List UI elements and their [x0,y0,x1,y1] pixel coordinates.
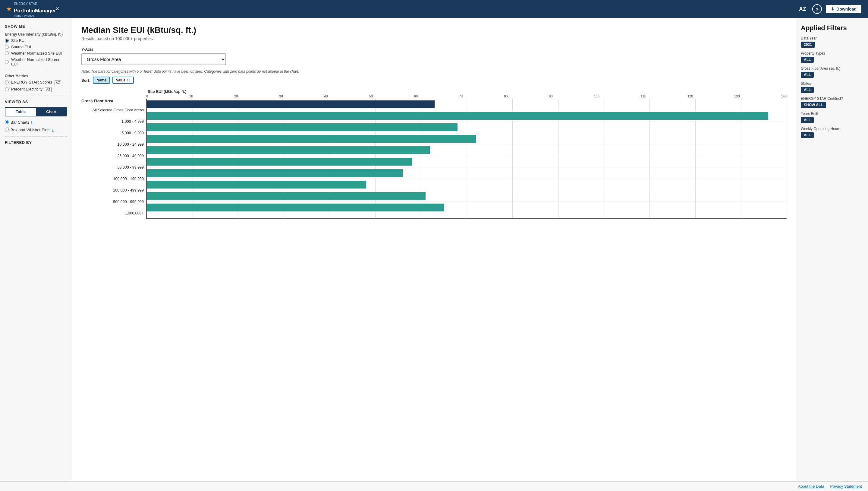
energy-star-icon: ★ [6,5,12,13]
y-label: 500,000 - 999,999 [82,196,146,207]
energy-star-scores-option[interactable]: ENERGY STAR Scores AZ [5,80,67,85]
y-axis-header: Gross Floor Area [82,98,146,104]
y-label: 200,000 - 499,999 [82,184,146,196]
box-whisker-option[interactable]: Box-and-Whisker Plots ℹ [5,127,67,133]
bar[interactable] [147,169,403,177]
sort-value-button[interactable]: Value ↑↓ [113,77,134,84]
bar-row [147,110,786,121]
y-labels-list: All Selected Gross Floor Areas1,000 - 4,… [82,104,146,219]
energy-use-group-title: Energy Use Intensity (kBtu/sq. ft.) [5,32,67,36]
bar[interactable] [147,204,444,211]
header-actions: AZ ? ⬇ Download [797,4,862,14]
filter-label: States [801,81,863,86]
y-label: All Selected Gross Floor Areas [82,104,146,116]
percent-electricity-option[interactable]: Percent Electricity AZ [5,87,67,92]
weather-site-eui-label: Weather Normalized Site EUI [11,51,62,56]
percent-electricity-label: Percent Electricity [11,87,42,91]
logo-text: ENERGY STAR PortfolioManager® Data Explo… [14,0,59,18]
y-label: 50,000 - 99,999 [82,162,146,173]
chart-tab[interactable]: Chart [36,108,67,116]
filter-badge[interactable]: SHOW ALL [801,102,826,108]
filter-badge[interactable]: ALL [801,57,814,63]
help-icon[interactable]: ? [812,4,822,14]
bar-row [147,156,786,167]
filter-section: Property TypesALL [801,51,863,63]
bar-row [147,133,786,144]
percent-electricity-az-icon: AZ [45,87,52,92]
box-whisker-info-icon[interactable]: ℹ [52,128,54,133]
bar-row [147,179,786,190]
bar-row [147,190,786,202]
site-eui-label: Site EUI [11,38,26,43]
filter-section: Data Year2021 [801,36,863,48]
chart-note: Note: The bars for categories with 5 or … [82,69,786,74]
bar[interactable] [147,146,430,154]
bar-row [147,202,786,213]
az-sort-icon[interactable]: AZ [797,5,809,13]
chart-area: Site EUI (kBtu/sq. ft.) 0102030405060708… [82,89,786,219]
filter-section: Years BuiltALL [801,112,863,123]
bar[interactable] [147,112,768,120]
bar[interactable] [147,181,366,189]
privacy-statement-link[interactable]: Privacy Statement [830,484,862,489]
filter-label: Data Year [801,36,863,40]
box-whisker-label: Box-and-Whisker Plots [10,127,50,133]
filter-badge[interactable]: ALL [801,132,814,138]
about-data-link[interactable]: About the Data [798,484,824,489]
sort-name-button[interactable]: Name [93,77,110,84]
page-subtitle: Results based on 100,000+ properties [82,36,786,41]
filter-section: Gross Floor Area (sq. ft.)ALL [801,66,863,78]
filter-label: Property Types [801,51,863,56]
bar[interactable] [147,192,426,200]
bar[interactable] [147,123,458,131]
source-eui-option[interactable]: Source EUI [5,45,67,49]
applied-filters-title: Applied Filters [801,24,863,32]
x-axis-title: Site EUI (kBtu/sq. ft.) [148,89,786,94]
filter-badge[interactable]: ALL [801,117,814,123]
bar-charts-label: Bar Charts [10,120,29,124]
x-axis-ticks: 0102030405060708090100110120130140 [146,94,786,98]
main-content: Median Site EUI (kBtu/sq. ft.) Results b… [72,18,796,481]
filter-badge[interactable]: ALL [801,72,814,78]
site-eui-option[interactable]: Site EUI [5,38,67,43]
filter-section: Weekly Operating HoursALL [801,127,863,138]
bar-row [147,167,786,179]
main-layout: SHOW ME Energy Use Intensity (kBtu/sq. f… [0,18,868,481]
footer: About the Data Privacy Statement [0,481,868,491]
energy-star-scores-az-icon: AZ [55,80,61,85]
download-label: Download [836,7,857,11]
sidebar-divider-1 [5,70,67,70]
filtered-by-title: FILTERED BY [5,140,67,145]
bar[interactable] [147,100,435,108]
weather-site-eui-option[interactable]: Weather Normalized Site EUI [5,51,67,56]
y-label: 10,000 - 24,999 [82,139,146,150]
page-title: Median Site EUI (kBtu/sq. ft.) [82,25,786,35]
bar-row [147,98,786,110]
portfolio-manager-label: ENERGY STAR PortfolioManager® [14,0,59,14]
bar[interactable] [147,135,476,143]
viewed-as-tabs: Table Chart [5,107,67,116]
filter-label: ENERGY STAR Certified? [801,96,863,101]
filter-badge[interactable]: ALL [801,87,814,93]
filter-badge[interactable]: 2021 [801,41,815,48]
bar-charts-info-icon[interactable]: ℹ [31,120,33,125]
bar-row [147,144,786,156]
show-me-title: SHOW ME [5,24,67,29]
yaxis-select[interactable]: Gross Floor Area [82,53,226,65]
y-label: 100,000 - 199,999 [82,173,146,184]
weather-source-eui-option[interactable]: Weather Normalized Source EUI [5,57,67,66]
bar[interactable] [147,158,412,166]
table-tab[interactable]: Table [5,108,36,116]
bar-charts-option[interactable]: Bar Charts ℹ [5,120,67,125]
filter-label: Gross Floor Area (sq. ft.) [801,66,863,70]
other-metrics-title: Other Metrics [5,74,67,78]
bar-row [147,121,786,133]
grid-line [786,98,787,219]
y-label: 1,000,000+ [82,207,146,219]
bars-list [147,98,786,213]
sort-label: Sort: [82,78,90,83]
download-button[interactable]: ⬇ Download [826,4,862,14]
header: ★ ENERGY STAR PortfolioManager® Data Exp… [0,0,868,18]
y-label: 5,000 - 9,999 [82,127,146,139]
weather-source-eui-label: Weather Normalized Source EUI [11,57,67,66]
